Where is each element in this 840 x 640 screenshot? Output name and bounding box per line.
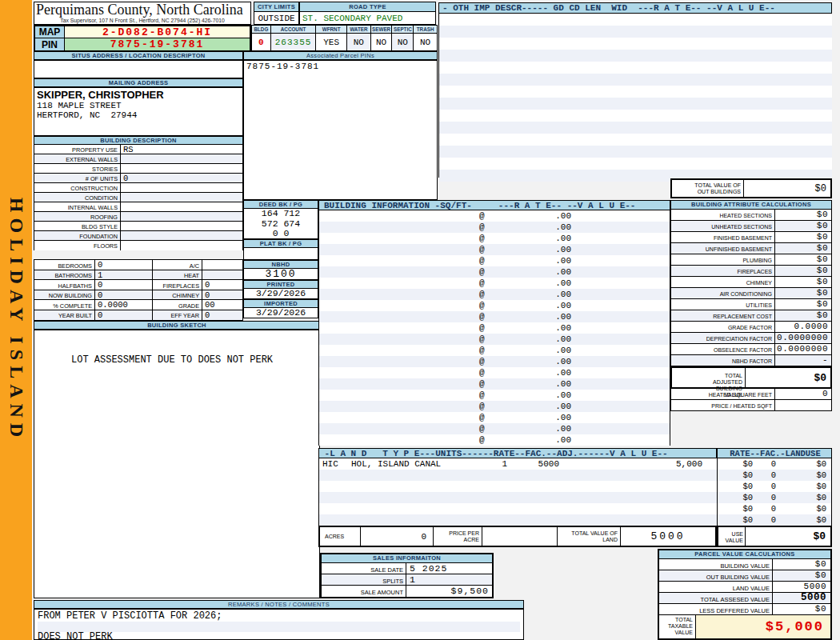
pin-value: 7875-19-3781 (65, 38, 250, 50)
attribute-value: - (775, 355, 831, 366)
rate-value: .00 (495, 233, 571, 244)
sales-row: SALE AMOUNT $9,500 (322, 586, 492, 597)
land-code (319, 492, 351, 503)
price-per-acre-value (482, 527, 558, 546)
building-description-value (121, 183, 242, 192)
fac-cell: 0 (759, 514, 788, 526)
rate-fac-row: $0 0 $0 (718, 458, 831, 470)
other-improvements-empty-row (439, 74, 832, 86)
parcel-value-label: OUT BUILDING VALUE (659, 570, 773, 581)
attribute-value: $0 (775, 299, 831, 310)
county-name: Perquimans County, North Carolina (36, 2, 249, 18)
building-description-value: 0 (121, 174, 242, 182)
account-utility-column: WATER NO (347, 26, 371, 50)
rate-value: .00 (495, 367, 571, 378)
building-description-row: INTERNAL WALLS (34, 202, 242, 212)
attribute-value: $0 (775, 310, 831, 321)
sales-information-box: SALES INFORMAITON SALE DATE 5 2025 SPLIT… (320, 553, 494, 598)
attribute-calculations-table: HEATED SECTIONS $0 UNHEATED SECTIONS $0 … (670, 210, 832, 366)
rate-value: .00 (495, 244, 571, 255)
at-symbol: @ (479, 266, 495, 278)
rate-cell: $0 (718, 458, 759, 470)
stat-value: 0 (95, 260, 153, 270)
city-limits-header: CITY LIMITS (254, 2, 299, 12)
attribute-row: FIREPLACES $0 (670, 266, 832, 277)
stat-label: FIREPLACES (153, 280, 202, 290)
stat-label: YEAR BUILT (34, 310, 95, 321)
attribute-row: CHIMNEY $0 (670, 277, 832, 288)
other-improvements-table (438, 14, 832, 178)
use-value-box: USE VALUE $0 (717, 526, 832, 547)
account-utility-value: NO (414, 34, 437, 50)
stat-label: GRADE (153, 300, 202, 310)
stat-label: CHIMNEY (153, 290, 202, 300)
at-symbol: @ (479, 356, 495, 367)
rate-value: .00 (495, 300, 571, 311)
attribute-value: $0 (775, 288, 831, 298)
total-taxable-label: TOTAL TAXABLE VALUE (659, 615, 696, 638)
attribute-label: FIREPLACES (671, 266, 775, 276)
rate-cell: $0 (718, 514, 759, 526)
parcel-value-amount: 5000 (773, 593, 830, 603)
deed-line: 164 712 (244, 209, 318, 219)
nbhd-header: NBHD (243, 260, 318, 269)
building-description-label: STORIES (34, 164, 121, 173)
stat-value: 0 (95, 280, 153, 290)
building-stats-row: HALFBATHS 0 FIREPLACES 0 (34, 280, 242, 290)
building-description-label: CONDITION (34, 193, 121, 202)
land-description (351, 514, 471, 526)
building-information-row: @ .00 (319, 322, 670, 334)
land-units (471, 470, 507, 481)
land-value (631, 492, 717, 503)
map-value: 2-D082-B074-HI (65, 26, 250, 38)
at-symbol: @ (479, 233, 495, 244)
stat-value (202, 270, 242, 280)
attribute-label: UTILITIES (671, 299, 775, 310)
building-description-value (121, 212, 242, 221)
land-value (631, 470, 717, 481)
land-value (631, 514, 717, 526)
out-buildings-total-label: TOTAL VALUE OF OUT BUILDINGS (672, 180, 744, 197)
building-information-row: @ .00 (319, 311, 670, 322)
land-code: HIC (319, 458, 351, 470)
attribute-label: FINISHED BASEMENT (671, 232, 775, 242)
sales-row: SALE DATE 5 2025 (322, 563, 492, 574)
parcel-value-table: BUILDING VALUE $0 OUT BUILDING VALUE $0 … (659, 559, 830, 615)
account-utility-value: 263355 (271, 34, 316, 50)
other-improvements-empty-row (439, 122, 832, 134)
other-improvements-empty-row (439, 38, 832, 50)
sales-value: 5 2025 (406, 563, 492, 574)
attribute-value: $0 (775, 277, 831, 287)
building-information-row: @ .00 (319, 390, 670, 401)
attribute-label: HEATED SECTIONS (671, 210, 775, 220)
other-improvements-empty-row (439, 146, 832, 158)
stat-label: A/C (153, 260, 202, 270)
stat-value: 00 (202, 300, 242, 310)
pin-label: PIN (35, 38, 65, 50)
attribute-row: PLUMBING $0 (670, 254, 832, 266)
rate-fac-row: $0 0 $0 (718, 481, 831, 492)
account-utility-header: TRASH (414, 26, 437, 34)
rate-fac-row: $0 0 $0 (718, 470, 831, 481)
rate-cell: $0 (718, 503, 759, 514)
land-code (319, 470, 351, 481)
attribute-value: 0.0000 (775, 322, 831, 332)
account-utility-value: 0 (252, 34, 270, 50)
land-adj (559, 458, 631, 470)
at-symbol: @ (479, 311, 495, 322)
building-description-value (121, 222, 242, 230)
account-utility-value: NO (347, 34, 370, 50)
parcel-value-row: TOTAL ASSESED VALUE 5000 (659, 593, 830, 604)
stat-value: 0 (202, 290, 242, 300)
building-stats-row: YEAR BUILT 0 EFF YEAR 0 (34, 310, 242, 321)
at-symbol: @ (479, 378, 495, 390)
associated-pins-header: Associated Parcel PINs (243, 51, 438, 60)
land-row (319, 481, 717, 492)
at-symbol: @ (479, 278, 495, 289)
map-row: MAP 2-D082-B074-HI (35, 26, 250, 38)
mailing-address-header: MAILING ADDRESS (34, 78, 243, 87)
building-information-row: @ .00 (319, 334, 670, 345)
building-information-row: @ .00 (319, 210, 670, 222)
attribute-row: FINISHED BASEMENT $0 (670, 232, 832, 243)
stat-value: 0.0000 (95, 300, 153, 310)
